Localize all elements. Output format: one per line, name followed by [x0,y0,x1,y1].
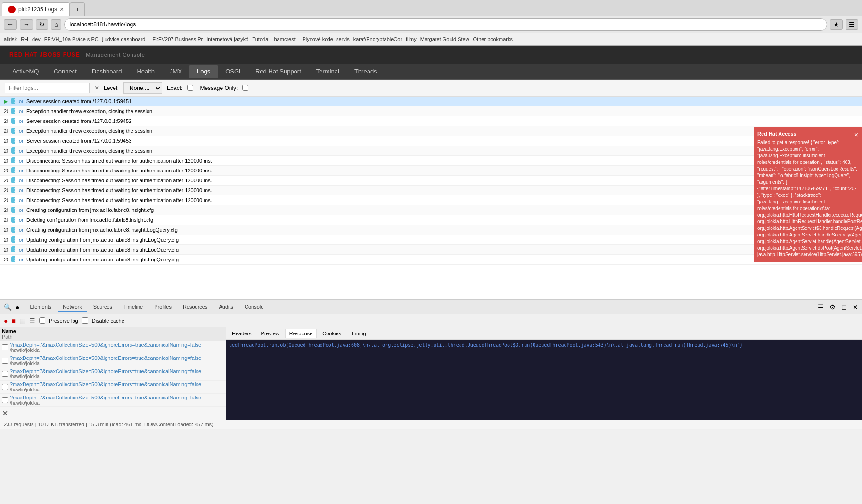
record-button[interactable]: ● [4,317,8,325]
devtools-device-button[interactable]: ● [16,303,19,311]
bookmark-jludvice[interactable]: jludvice dashboard - [102,36,148,42]
net-item-path: /hawtio/jolokia [10,387,201,392]
bookmark-internet[interactable]: Internetová jazykó [206,36,248,42]
log-row[interactable]: 2015-01-12 12:59:58 ⓘ INFO org.apache.fe… [0,225,862,235]
headers-tab[interactable]: Headers [228,329,255,338]
log-row[interactable]: 2015-01-12 12:59:28 ⓘ INFO org.apache.fe… [0,205,862,215]
bookmark-allrisk[interactable]: allrisk [4,36,17,42]
nav-health[interactable]: Health [129,65,162,78]
log-row[interactable]: 2015-01-12 12:54:44 ⓘ INFO org.apache.ss… [0,166,862,176]
devtools-tab-network[interactable]: Network [58,302,86,312]
timing-tab[interactable]: Timing [347,329,370,338]
devtools-tab-sources[interactable]: Sources [89,302,117,312]
devtools-close-button[interactable]: ✕ [853,303,858,311]
net-item-checkbox[interactable] [2,397,8,403]
log-row[interactable]: 2015-01-12 12:54:47 ⓘ INFO org.apache.ss… [0,176,862,186]
net-item[interactable]: ?maxDepth=7&maxCollectionSize=500&ignore… [0,381,226,394]
filter-logs-input[interactable] [5,83,90,93]
log-row[interactable]: 2015-01-12 12:54:44 ⓘ INFO org.apache.ss… [0,156,862,166]
nav-connect[interactable]: Connect [46,65,84,78]
log-row[interactable]: 2015-01-12 13:11:32 ⓘ INFO org.apache.fe… [0,255,862,265]
net-pane-close-button[interactable]: ✕ [2,409,8,418]
filter-clear-button[interactable]: ✕ [94,85,99,91]
tab-close-button[interactable]: × [60,6,64,13]
devtools-tab-console[interactable]: Console [240,302,268,312]
bookmark-rh[interactable]: RH [21,36,28,42]
bookmark-dev[interactable]: dev [32,36,41,42]
address-bar[interactable] [64,18,827,31]
devtools-inspect-button[interactable]: 🔍 [4,303,12,311]
devtools-tab-elements[interactable]: Elements [25,302,56,312]
net-item-checkbox[interactable] [2,358,8,364]
reload-button[interactable]: ↻ [36,19,48,30]
nav-logs[interactable]: Logs [189,65,218,78]
devtools-settings-button[interactable]: ☰ [818,303,824,311]
devtools-gear-button[interactable]: ⚙ [829,303,836,311]
disable-cache-checkbox[interactable] [82,317,88,324]
bookmark-karaf[interactable]: karaf/EncryptableCor [353,36,402,42]
net-item[interactable]: ?maxDepth=7&maxCollectionSize=500&ignore… [0,394,226,407]
back-button[interactable]: ← [4,19,17,30]
net-item-checkbox[interactable] [2,384,8,390]
net-item[interactable]: ?maxDepth=7&maxCollectionSize=500&ignore… [0,354,226,367]
preserve-log-checkbox[interactable] [39,317,45,324]
bookmark-ff[interactable]: FF:VH_10a Práce s PC [44,36,99,42]
app-header: RED HAT JBOSS FUSE Management Console [0,46,862,64]
devtools-tab-profiles[interactable]: Profiles [149,302,176,312]
bookmark-fi[interactable]: FI:FV207 Business Pr [152,36,203,42]
log-timestamp: 2015-01-12 13:11:32 [0,255,8,265]
nav-jmx[interactable]: JMX [162,65,189,78]
log-timestamp: ▶ 2015-01-12 12:52:46 [0,97,8,106]
home-button[interactable]: ⌂ [51,19,61,30]
log-row[interactable]: 2015-01-12 12:52:47 ⓘ INFO org.apache.ss… [0,136,862,146]
bookmark-margaret[interactable]: Margaret Gould Stew [420,36,469,42]
log-row[interactable]: 2015-01-12 12:52:46 ⓘ INFO org.apache.ss… [0,126,862,136]
devtools-resize-button[interactable]: ◻ [841,303,847,311]
log-timestamp: 2015-01-12 12:54:47 [0,176,8,186]
forward-button[interactable]: → [20,19,33,30]
bookmark-filmy[interactable]: filmy [406,36,417,42]
nav-threads[interactable]: Threads [347,65,385,78]
list-view-button[interactable]: ☰ [29,317,35,325]
preview-tab[interactable]: Preview [257,329,283,338]
new-tab-button[interactable]: + [70,2,85,16]
bookmark-tutorial[interactable]: Tutorial - hamcrest - [252,36,298,42]
devtools-tab-audits[interactable]: Audits [214,302,238,312]
log-row[interactable]: 2015-01-12 12:52:47 ⓘ INFO org.apache.ss… [0,146,862,156]
response-tab[interactable]: Response [285,329,317,338]
error-panel-close-button[interactable]: × [854,130,858,140]
level-select[interactable]: None.... TRACE DEBUG INFO WARN ERROR [123,82,162,94]
log-row[interactable]: 2015-01-12 13:00:12 ⓘ INFO org.apache.fe… [0,235,862,245]
log-row[interactable]: 2015-01-12 13:01:32 ⓘ INFO org.apache.fe… [0,245,862,255]
bookmark-plynove[interactable]: Plynové kotle, servis [302,36,349,42]
nav-activemq[interactable]: ActiveMQ [5,65,46,78]
log-row[interactable]: 2015-01-12 12:52:46 ⓘ INFO org.apache.ss… [0,116,862,126]
stop-button[interactable]: ■ [11,317,15,325]
nav-dashboard[interactable]: Dashboard [84,65,130,78]
nav-terminal[interactable]: Terminal [309,65,347,78]
log-row[interactable]: 2015-01-12 12:54:47 ⓘ INFO org.apache.ss… [0,195,862,205]
log-row[interactable]: 2015-01-12 12:52:46 ⓘ INFO org.apache.ss… [0,106,862,116]
message-only-checkbox[interactable] [242,85,248,91]
star-button[interactable]: ★ [830,19,843,30]
log-row[interactable]: ▶ 2015-01-12 12:52:46 ⓘ INFO org.apache.… [0,97,862,106]
devtools-tab-timeline[interactable]: Timeline [119,302,148,312]
menu-button[interactable]: ☰ [846,19,858,30]
net-item[interactable]: ?maxDepth=7&maxCollectionSize=500&ignore… [0,341,226,354]
net-item[interactable]: ?maxDepth=7&maxCollectionSize=500&ignore… [0,367,226,381]
nav-osgi[interactable]: OSGi [218,65,248,78]
nav-redhat-support[interactable]: Red Hat Support [248,65,309,78]
devtools-tab-resources[interactable]: Resources [178,302,213,312]
bookmark-other[interactable]: Other bookmarks [473,36,513,42]
log-row[interactable]: 2015-01-12 12:59:57 ⓘ INFO org.apache.fe… [0,215,862,225]
net-item-checkbox[interactable] [2,344,8,350]
net-item-checkbox[interactable] [2,371,8,377]
log-scroll-area[interactable]: ▶ 2015-01-12 12:52:46 ⓘ INFO org.apache.… [0,97,862,299]
exact-checkbox[interactable] [187,85,193,91]
cookies-tab[interactable]: Cookies [319,329,345,338]
log-row[interactable]: 2015-01-12 12:54:47 ⓘ INFO org.apache.ss… [0,186,862,195]
active-tab[interactable]: pid:21235 Logs × [2,2,70,16]
path-col-header: Path [2,334,13,340]
error-panel: × Red Hat Access Failed to get a respons… [754,127,862,262]
filter-button[interactable]: ▦ [19,317,25,325]
